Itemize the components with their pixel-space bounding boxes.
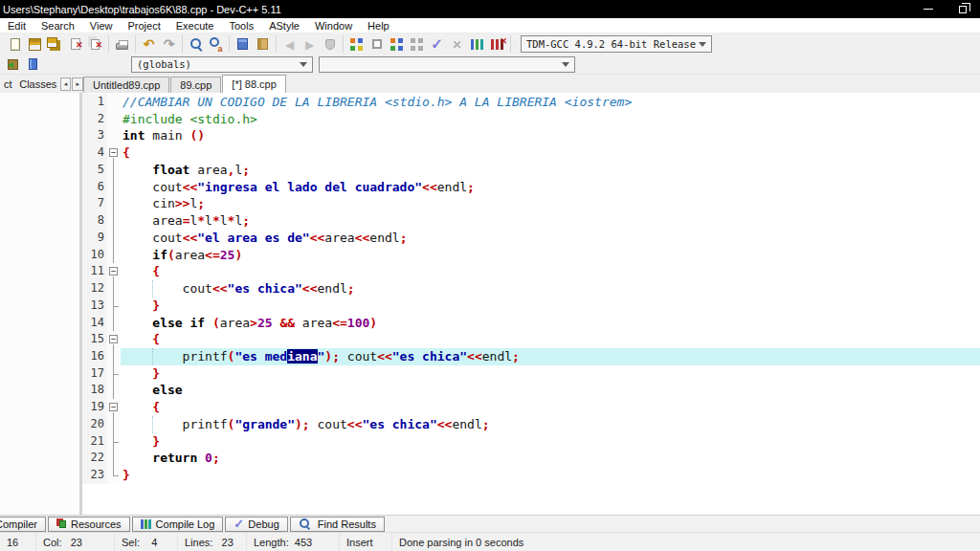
editor-tab[interactable]: [*] 88.cpp [222,75,285,93]
code-row: 10 if(area<=25) [82,247,980,264]
rebuild-all-button[interactable] [407,35,427,53]
toolbar-group [183,35,230,53]
replace-button[interactable] [206,35,226,53]
syntax-check-icon [431,36,443,52]
report-tab-debug[interactable]: Debug [225,517,287,532]
fold-gutter [107,247,121,264]
editor-tab[interactable]: Untitled89.cpp [83,77,169,93]
fold-toggle-icon[interactable] [107,263,121,280]
goto-definition-button[interactable] [320,35,340,53]
fold-toggle-icon[interactable] [107,399,121,416]
code-text[interactable]: { [121,263,980,280]
status-segment: 16 [0,533,36,551]
dev-cpp-window: Users\Stephany\Desktop\trabajos6K\88.cpp… [0,0,980,551]
code-row: 11 { [82,263,980,280]
forward-button[interactable] [300,35,320,53]
tab-classes[interactable]: Classes [15,78,59,90]
save-icon [29,38,41,51]
code-row: 14 else if (area>25 && area<=100) [82,315,980,332]
menu-view[interactable]: View [82,19,121,33]
fold-toggle-icon[interactable] [107,331,121,348]
code-text[interactable]: cin>>l; [121,195,980,212]
close-file-button[interactable] [65,35,85,53]
code-text[interactable]: } [121,365,980,383]
code-text[interactable]: #include <stdio.h> [121,111,980,128]
minimize-button[interactable] [911,0,946,18]
menu-project[interactable]: Project [120,19,167,33]
run-button[interactable] [367,35,387,53]
report-tab-resources[interactable]: Resources [48,517,130,532]
tab-project[interactable]: ct [0,78,15,90]
status-segment: Sel: 4 [115,533,178,551]
code-text[interactable]: } [121,467,980,484]
code-text[interactable]: printf("grande"); cout<<"es chica"<<endl… [121,416,980,433]
scroll-left-button[interactable] [60,77,72,91]
code-text[interactable]: { [121,144,980,162]
menu-window[interactable]: Window [307,19,360,33]
fold-toggle-icon[interactable] [107,144,121,162]
close-all-button[interactable] [85,35,105,53]
resources-icon [59,520,66,528]
code-text[interactable]: else [121,382,980,399]
code-text[interactable]: { [121,331,980,348]
insert-button[interactable] [3,55,23,73]
current-code-line[interactable]: printf("es mediana"); cout<<"es chica"<<… [121,348,980,365]
back-button[interactable] [279,35,300,53]
code-text[interactable]: int main () [121,127,980,144]
code-text[interactable]: else if (area>25 && area<=100) [121,315,980,332]
report-tab-find-results[interactable]: Find Results [290,517,385,532]
toolbar-group [277,35,344,53]
menu-help[interactable]: Help [360,19,397,33]
toolbar-group [109,35,136,53]
print-button[interactable] [112,35,132,53]
code-text[interactable]: //CAMBIAR UN CODIGO DE LA LIBRERIA <stdi… [121,94,980,111]
find-button[interactable] [186,35,206,53]
report-tab-label: Find Results [318,518,376,530]
profile-button[interactable] [467,35,487,53]
menu-tools[interactable]: Tools [221,19,261,33]
members-select[interactable] [319,56,575,73]
globals-select[interactable]: (globals) [131,56,313,73]
menu-execute[interactable]: Execute [168,19,222,33]
code-text[interactable]: { [121,399,980,416]
save-all-button[interactable] [45,35,65,53]
syntax-check-button[interactable] [427,35,447,53]
goto-line-button[interactable] [253,35,273,53]
toggle-bookmarks-button[interactable] [23,55,43,73]
goto-function-button[interactable] [233,35,253,53]
compiler-select[interactable]: TDM-GCC 4.9.2 64-bit Release [521,35,712,53]
delete-profiling-icon [491,39,503,50]
delete-profiling-button[interactable] [487,35,507,53]
code-text[interactable]: return 0; [121,450,980,467]
code-text[interactable]: area=l*l*l*l; [121,212,980,230]
rebuild-all-icon [411,38,415,43]
editor-tab[interactable]: 89.cpp [170,77,221,93]
code-text[interactable]: cout<<"ingresa el lado del cuadrado"<<en… [121,179,980,196]
save-button[interactable] [25,35,45,53]
code-editor[interactable]: 1//CAMBIAR UN CODIGO DE LA LIBRERIA <std… [82,93,980,515]
menu-edit[interactable]: Edit [0,19,33,33]
menu-astyle[interactable]: AStyle [261,19,307,33]
new-file-button[interactable] [5,35,25,53]
code-text[interactable]: cout<<"es chica"<<endl; [121,280,980,298]
report-tab-compile-log[interactable]: Compile Log [132,517,224,532]
code-text[interactable]: if(area<=25) [121,247,980,264]
undo-button[interactable] [139,35,159,53]
restore-button[interactable] [946,0,980,18]
code-text[interactable]: } [121,298,980,315]
report-tab-compiler[interactable]: Compiler [0,517,46,532]
report-tab-label: Resources [71,518,122,530]
compile-button[interactable] [346,35,367,53]
compile-run-button[interactable] [387,35,407,53]
line-number: 20 [82,416,107,433]
redo-button[interactable] [159,35,179,53]
line-number: 12 [82,280,107,298]
scroll-right-button[interactable] [72,77,83,91]
code-text[interactable]: } [121,433,980,451]
code-text[interactable]: cout<<"el area es de"<<area<<endl; [121,230,980,247]
abort-button[interactable] [447,35,467,53]
replace-icon [209,36,224,52]
menu-search[interactable]: Search [33,19,82,33]
code-row: 17 } [82,365,980,383]
code-text[interactable]: float area,l; [121,162,980,179]
